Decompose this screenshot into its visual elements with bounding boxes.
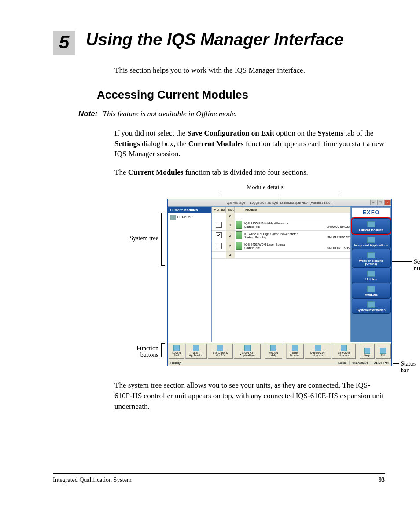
nav-icon: [367, 221, 375, 227]
function-toolbar: Locate UnitStart ApplicationStart App. &…: [168, 342, 391, 360]
nav-icon: [367, 237, 375, 243]
intro-text: This section helps you to work with the …: [114, 65, 385, 76]
toolbar-icon: [193, 345, 199, 351]
nav-label: Integrated Applications: [354, 244, 388, 247]
nav-label: Monitors: [365, 293, 378, 296]
close-button[interactable]: ×: [384, 200, 391, 205]
module-serial: SN: 0122830-37: [327, 236, 350, 239]
toolbar-label: Select All Monitors: [334, 352, 354, 357]
monitor-checkbox[interactable]: [216, 243, 222, 249]
nav-icon: [367, 271, 375, 277]
module-name: IQS-2403 WDM Laser Source: [244, 243, 350, 246]
toolbar-icon: [173, 345, 180, 351]
toolbar-label: Start Application: [187, 352, 205, 357]
nav-button[interactable]: System Information: [352, 298, 391, 314]
module-status: Status: Running: [244, 236, 266, 239]
figure: Module details System tree Functionbutto…: [114, 186, 396, 371]
status-bar: Ready Local 6/17/2014 01:06 PM: [168, 360, 391, 366]
toolbar-icon: [341, 345, 347, 351]
unit-icon: [170, 215, 176, 220]
toolbar-button[interactable]: Start App. & Monitor: [208, 344, 233, 359]
module-status: Status: Idle: [244, 225, 260, 228]
nav-label: Current Modules: [359, 228, 383, 231]
toolbar-label: Close All Applications: [236, 352, 259, 357]
note-text: This feature is not available in Offline…: [103, 110, 236, 118]
nav-button[interactable]: Work on Results (Offline): [352, 249, 391, 268]
module-icon: [236, 231, 242, 239]
toolbar-icon: [244, 345, 251, 351]
toolbar-icon: [217, 345, 223, 351]
status-ready: Ready: [168, 361, 335, 365]
table-row[interactable]: 0: [212, 213, 350, 220]
nav-label: Work on Results (Offline): [353, 259, 389, 265]
toolbar-button[interactable]: Exit: [376, 344, 391, 359]
nav-button[interactable]: Current Modules: [352, 218, 391, 234]
toolbar-icon: [292, 345, 298, 351]
toolbar-button[interactable]: Module Help: [265, 344, 282, 359]
toolbar-label: Locate Unit: [170, 352, 183, 357]
chapter-title: Using the IQS Manager Interface: [86, 31, 343, 49]
footer-page-number: 93: [379, 477, 385, 484]
module-name: IQS-1623-PL High Speed Power Meter: [244, 232, 350, 235]
nav-panel: EXFO Current ModulesIntegrated Applicati…: [351, 206, 391, 342]
brand-logo: EXFO: [352, 207, 391, 217]
toolbar-label: Start Monitor: [288, 352, 302, 357]
toolbar-label: Exit: [381, 354, 386, 357]
callout-status-bar: Status bar: [401, 360, 416, 374]
maximize-button[interactable]: □: [377, 200, 383, 205]
module-name: IQS-3150-BI Variable Attenuator: [244, 222, 350, 225]
col-slot: Slot: [226, 207, 235, 213]
toolbar-label: Deselect All Monitors: [306, 352, 329, 357]
toolbar-button[interactable]: Deselect All Monitors: [305, 344, 331, 359]
module-icon: [236, 242, 242, 250]
callout-module-details: Module details: [247, 184, 284, 191]
nav-label: Utilities: [365, 278, 376, 281]
system-tree-panel: Current Modules 001-605P: [168, 206, 212, 342]
toolbar-button[interactable]: Close All Applications: [234, 344, 261, 359]
callout-function-buttons: Functionbuttons: [114, 345, 158, 359]
col-monitor: Monitor: [212, 207, 226, 213]
nav-button[interactable]: Monitors: [352, 283, 391, 298]
table-row[interactable]: 3IQS-2403 WDM Laser SourceStatus: IdleSN…: [212, 241, 350, 252]
module-icon: [236, 221, 242, 229]
paragraph-2: The Current Modules function tab is divi…: [114, 167, 385, 178]
status-date: 6/17/2014: [349, 361, 371, 365]
module-serial: SN: 0000404838: [326, 225, 350, 228]
table-row[interactable]: 4: [212, 252, 350, 259]
nav-button[interactable]: Integrated Applications: [352, 234, 391, 249]
toolbar-icon: [364, 348, 370, 354]
toolbar-button[interactable]: Start Application: [185, 344, 206, 359]
nav-icon: [367, 301, 375, 308]
tree-item-label: 001-605P: [177, 215, 193, 219]
nav-button[interactable]: Utilities: [352, 268, 391, 283]
toolbar-button[interactable]: Locate Unit: [169, 344, 184, 359]
toolbar-button[interactable]: Help: [360, 344, 375, 359]
toolbar-icon: [380, 348, 386, 354]
nav-icon: [367, 252, 375, 258]
toolbar-button[interactable]: Start Monitor: [286, 344, 304, 359]
callout-serial-number: Serialnumber: [414, 258, 420, 272]
paragraph-1: If you did not select the Save Configura…: [114, 128, 385, 159]
monitor-checkbox[interactable]: ✔: [216, 232, 222, 238]
nav-label: System Information: [357, 308, 385, 312]
window-titlebar: IQS Manager - Logged on as IQS-433963\Su…: [168, 199, 391, 206]
status-time: 01:06 PM: [371, 361, 391, 365]
toolbar-button[interactable]: Select All Monitors: [332, 344, 356, 359]
table-row[interactable]: ✔2IQS-1623-PL High Speed Power MeterStat…: [212, 231, 350, 241]
paragraph-3: The system tree section allows you to se…: [114, 380, 385, 411]
window-title: IQS Manager - Logged on as IQS-433963\Su…: [225, 201, 333, 205]
toolbar-label: Module Help: [267, 352, 280, 357]
tree-item[interactable]: 001-605P: [169, 214, 210, 221]
status-local: Local: [335, 361, 349, 365]
minimize-button[interactable]: –: [370, 200, 376, 205]
toolbar-label: Start App. & Monitor: [210, 352, 232, 357]
module-status: Status: Idle: [244, 246, 260, 249]
module-table-panel: Monitor Slot Module 01IQS-3150-BI Variab…: [212, 206, 351, 342]
monitor-checkbox[interactable]: [216, 222, 222, 228]
callout-system-tree: System tree: [114, 235, 158, 242]
tree-header: Current Modules: [168, 207, 211, 213]
table-row[interactable]: 1IQS-3150-BI Variable AttenuatorStatus: …: [212, 220, 350, 231]
col-module: Module: [243, 207, 350, 213]
toolbar-icon: [270, 345, 276, 351]
toolbar-label: Help: [364, 354, 370, 357]
